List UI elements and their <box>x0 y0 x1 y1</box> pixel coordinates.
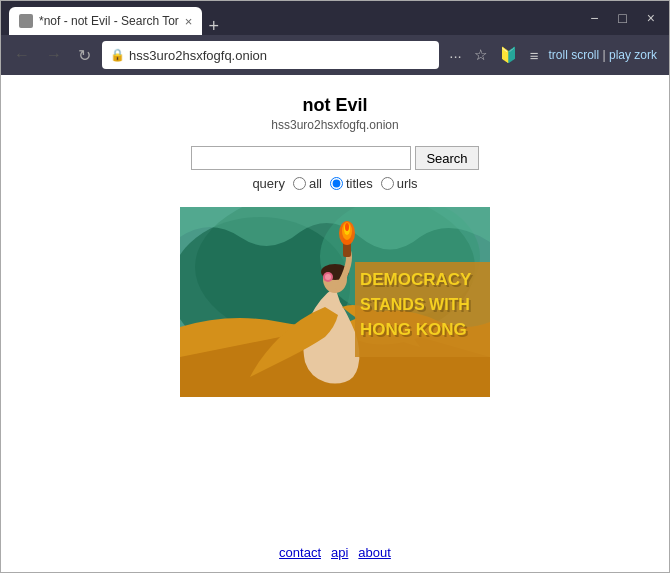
search-row: Search <box>191 146 478 170</box>
minimize-button[interactable]: − <box>584 8 604 28</box>
reload-button[interactable]: ↻ <box>73 44 96 67</box>
forward-button[interactable]: → <box>41 44 67 66</box>
new-tab-button[interactable]: + <box>208 17 219 35</box>
window-controls: − □ × <box>584 8 661 28</box>
browser-frame: *nof - not Evil - Search Tor × + − □ × ←… <box>0 0 670 573</box>
troll-scroll-link[interactable]: troll scroll <box>549 48 600 62</box>
search-input[interactable] <box>191 146 411 170</box>
titles-radio[interactable] <box>330 177 343 190</box>
url-bar[interactable]: 🔒 hss3uro2hsxfogfq.onion <box>102 41 439 69</box>
bookmark-button[interactable]: ☆ <box>470 44 491 66</box>
title-bar: *nof - not Evil - Search Tor × + − □ × <box>1 1 669 35</box>
svg-text:STANDS WITH: STANDS WITH <box>360 296 470 313</box>
all-radio[interactable] <box>293 177 306 190</box>
site-title: not Evil <box>302 95 367 116</box>
search-button[interactable]: Search <box>415 146 478 170</box>
address-bar: ← → ↻ 🔒 hss3uro2hsxfogfq.onion ··· ☆ 🔰 ≡… <box>1 35 669 75</box>
toolbar-actions: ··· ☆ 🔰 ≡ <box>445 44 542 66</box>
page-footer: contact api about <box>279 529 391 572</box>
query-label: query <box>252 176 285 191</box>
maximize-button[interactable]: □ <box>612 8 632 28</box>
page-content: not Evil hss3uro2hsxfogfq.onion Search q… <box>1 75 669 572</box>
more-button[interactable]: ··· <box>445 45 466 66</box>
tab-favicon <box>19 14 33 28</box>
back-button[interactable]: ← <box>9 44 35 66</box>
poster-svg: DEMOCRACY DEMOCRACY STANDS WITH STANDS W… <box>180 207 490 397</box>
svg-text:HONG KONG: HONG KONG <box>360 320 467 339</box>
svg-point-12 <box>345 223 349 231</box>
tab-close-button[interactable]: × <box>185 14 193 29</box>
titles-filter-label[interactable]: titles <box>330 176 373 191</box>
urls-radio[interactable] <box>381 177 394 190</box>
svg-text:DEMOCRACY: DEMOCRACY <box>360 270 472 289</box>
contact-link[interactable]: contact <box>279 545 321 560</box>
close-window-button[interactable]: × <box>641 8 661 28</box>
top-right-links: troll scroll | play zork <box>549 48 662 62</box>
play-zork-link[interactable]: play zork <box>609 48 657 62</box>
poster-image: DEMOCRACY DEMOCRACY STANDS WITH STANDS W… <box>180 207 490 397</box>
svg-point-7 <box>325 274 331 280</box>
all-filter-label[interactable]: all <box>293 176 322 191</box>
lock-icon: 🔒 <box>110 48 125 62</box>
shield-button[interactable]: 🔰 <box>495 44 522 66</box>
url-text: hss3uro2hsxfogfq.onion <box>129 48 267 63</box>
search-area: Search query all titles urls <box>191 146 478 191</box>
menu-button[interactable]: ≡ <box>526 45 543 66</box>
site-subtitle: hss3uro2hsxfogfq.onion <box>271 118 398 132</box>
filter-row: query all titles urls <box>252 176 417 191</box>
about-link[interactable]: about <box>358 545 391 560</box>
urls-filter-label[interactable]: urls <box>381 176 418 191</box>
browser-tab[interactable]: *nof - not Evil - Search Tor × <box>9 7 202 35</box>
tab-area: *nof - not Evil - Search Tor × + <box>9 1 584 35</box>
tab-title: *nof - not Evil - Search Tor <box>39 14 179 28</box>
api-link[interactable]: api <box>331 545 348 560</box>
